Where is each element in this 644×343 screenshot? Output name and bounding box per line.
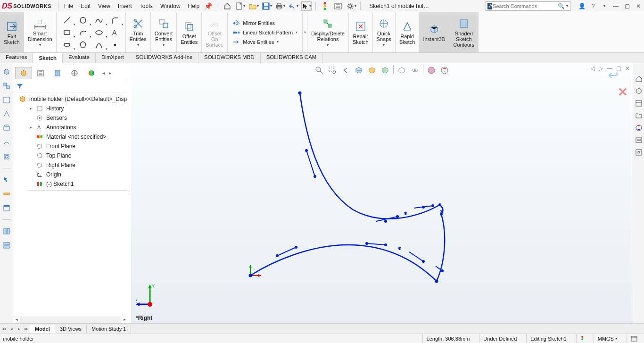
tab-model[interactable]: Model [30, 325, 55, 333]
menu-file[interactable]: File [64, 3, 73, 9]
graphics-viewport[interactable]: ◁ ▷ — ▢ ✕ ↩ ✕ [131, 63, 633, 323]
surface-icon[interactable] [2, 138, 11, 147]
arc-tool[interactable]: ▾ [77, 27, 89, 38]
shaded-contours-button[interactable]: Shaded Sketch Contours [450, 12, 479, 52]
part-icon[interactable] [2, 67, 11, 76]
tab-first[interactable]: ⏮ [0, 326, 8, 331]
tab-addins[interactable]: SOLIDWORKS Add-Ins [130, 53, 198, 63]
rapid-sketch-button[interactable]: Rapid Sketch [396, 12, 420, 52]
tree-tabs-next[interactable]: ▸ [107, 70, 113, 75]
status-maximize-icon[interactable] [627, 334, 641, 343]
exit-sketch-button[interactable]: Exit Sketch [0, 12, 24, 52]
tab-prev[interactable]: ◂ [8, 326, 15, 331]
options-list-icon[interactable] [333, 1, 343, 11]
undo-button[interactable]: ▾ [288, 1, 298, 11]
repair-sketch-button[interactable]: Repair Sketch [349, 12, 373, 52]
user-icon[interactable]: 👤 [578, 3, 586, 9]
tab-dimxpert[interactable]: DimXpert [96, 53, 130, 63]
tree-sensors[interactable]: Sensors [14, 113, 127, 123]
home-button[interactable] [222, 1, 232, 11]
save-button[interactable]: ▾ [262, 1, 272, 11]
smart-dimension-button[interactable]: ⬚ Smart Dimension ▾ [24, 12, 57, 52]
display-manager-tab[interactable] [83, 67, 100, 79]
selection-filter-icon[interactable] [2, 175, 11, 184]
menu-window[interactable]: Window [160, 3, 181, 9]
configuration-manager-tab[interactable] [49, 67, 66, 79]
mold-icon[interactable] [2, 152, 11, 161]
fillet-tool[interactable]: ▾ [109, 15, 121, 25]
maximize-button[interactable]: ▢ [623, 3, 631, 9]
slot-tool[interactable]: ▾ [61, 40, 73, 50]
display-pane-icon[interactable] [2, 203, 11, 213]
menu-edit[interactable]: Edit [81, 3, 91, 9]
drawing-icon[interactable] [2, 95, 11, 105]
assembly-icon[interactable] [2, 81, 11, 91]
tree-tabs-prev[interactable]: ◂ [100, 70, 107, 75]
close-button[interactable]: ✕ [635, 3, 642, 9]
feature-tree-tab[interactable] [15, 67, 32, 79]
polygon-tool[interactable] [77, 40, 89, 50]
tree-filter[interactable] [13, 80, 128, 92]
task-view-palette-icon[interactable] [635, 124, 643, 132]
offset-entities-button[interactable]: Offset Entities [177, 12, 202, 52]
status-units[interactable]: MMGS ▾ [594, 334, 621, 343]
quick-snaps-button[interactable]: Quick Snaps ▾ [373, 12, 396, 52]
text-tool[interactable]: A [109, 27, 121, 38]
select-button[interactable]: ▾ [301, 1, 312, 11]
tab-mbd[interactable]: SOLIDWORKS MBD [198, 53, 261, 63]
tree-right-plane[interactable]: Right Plane [14, 160, 127, 170]
instant3d-button[interactable]: Instant3D [419, 12, 449, 52]
sheet-metal-icon[interactable] [2, 124, 11, 133]
tab-evaluate[interactable]: Evaluate [63, 53, 96, 63]
task-file-explorer-icon[interactable] [635, 111, 643, 120]
ribbon-expand-icon[interactable]: ▾ [304, 30, 306, 34]
help-icon[interactable]: ? [589, 3, 597, 9]
tree-material[interactable]: Material <not specified> [14, 132, 127, 142]
search-dropdown[interactable]: ▾ [565, 4, 570, 8]
menu-help[interactable]: Help [188, 3, 200, 9]
rectangle-tool[interactable]: ▾ [61, 27, 73, 38]
magnifier-icon[interactable]: 🔍 [558, 3, 565, 9]
status-rebuild-icon[interactable] [576, 334, 588, 343]
tree-root[interactable]: mobile holder (Default<<Default>_Disp [14, 94, 127, 104]
circle-tool[interactable]: ▾ [77, 15, 89, 25]
task-design-library-icon[interactable] [635, 99, 643, 108]
tab-3dviews[interactable]: 3D Views [55, 325, 87, 333]
convert-entities-button[interactable]: Convert Entities ▾ [151, 12, 177, 52]
line-tool[interactable]: ▾ [61, 15, 73, 25]
tree-sketch1[interactable]: (-) Sketch1 [14, 179, 127, 189]
task-custom-props-icon[interactable]: P [635, 148, 643, 157]
task-resources-icon[interactable] [635, 87, 643, 95]
tree-annotations[interactable]: ▸A Annotations [14, 123, 127, 132]
tree-origin[interactable]: Origin [14, 170, 127, 179]
search-commands[interactable]: 🔍 ▾ [486, 1, 570, 11]
config-icon[interactable] [2, 226, 11, 236]
trim-entities-button[interactable]: Trim Entities ▾ [126, 12, 151, 52]
move-entities-button[interactable]: Move Entities ▾ [232, 39, 297, 45]
display-delete-relations-button[interactable]: Display/Delete Relations ▾ [307, 12, 349, 52]
tab-features[interactable]: Features [0, 53, 33, 63]
dimxpert-manager-tab[interactable] [66, 67, 83, 79]
measure-icon[interactable] [2, 189, 11, 199]
tree-history[interactable]: ▸ History [14, 104, 127, 113]
new-button[interactable]: ▾ [235, 1, 246, 11]
view-triad[interactable]: Y Z [136, 282, 164, 310]
weldment-icon[interactable] [2, 109, 11, 119]
config2-icon[interactable] [2, 241, 11, 250]
task-appearances-icon[interactable] [635, 136, 643, 144]
pin-menu-icon[interactable]: 📌 [204, 2, 212, 10]
mirror-entities-button[interactable]: Mirror Entities [232, 20, 297, 26]
conic-tool[interactable]: ▾ [93, 40, 105, 50]
spline-tool[interactable]: ▾ [93, 15, 105, 25]
tab-last[interactable]: ⏭ [23, 326, 30, 331]
tree-hscroll[interactable]: ◂▸ [13, 317, 128, 323]
tab-next[interactable]: ▸ [15, 326, 23, 331]
settings-gear-icon[interactable]: ▾ [346, 1, 356, 11]
menu-insert[interactable]: Insert [118, 3, 132, 9]
open-button[interactable]: ▾ [248, 1, 259, 11]
tab-motion-study[interactable]: Motion Study 1 [87, 325, 131, 333]
point-tool[interactable] [109, 40, 121, 50]
task-home-icon[interactable] [635, 75, 643, 83]
ellipse-tool[interactable]: ▾ [93, 27, 105, 38]
minimize-button[interactable]: — [612, 3, 619, 9]
